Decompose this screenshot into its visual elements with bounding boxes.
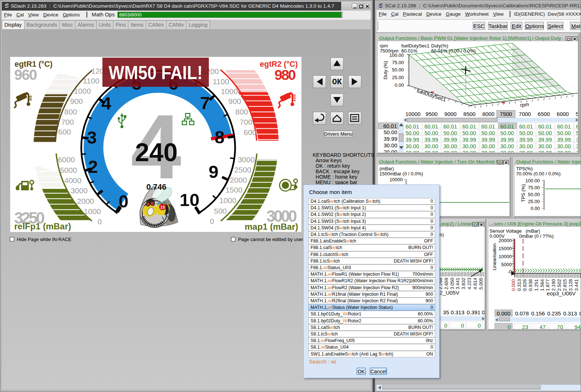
svg-text:900: 900	[228, 97, 241, 105]
svg-text:4.223: 4.223	[467, 277, 472, 290]
svg-text:1.251: 1.251	[534, 279, 539, 291]
svg-text:0.313: 0.313	[516, 279, 522, 291]
svg-text:relFp1 (mBar): relFp1 (mBar)	[14, 221, 71, 231]
svg-text:700: 700	[61, 118, 74, 126]
svg-text:500: 500	[214, 207, 227, 215]
svg-text:980: 980	[274, 67, 296, 83]
svg-text:1000: 1000	[221, 87, 238, 96]
svg-text:eop3_U06V: eop3_U06V	[547, 290, 576, 296]
svg-text:0.626: 0.626	[522, 279, 527, 291]
svg-text:6000: 6000	[58, 155, 75, 164]
svg-text:600: 600	[243, 128, 256, 136]
svg-text:3.441: 3.441	[574, 279, 579, 291]
svg-text:1.877: 1.877	[545, 279, 550, 291]
svg-text:2500: 2500	[234, 166, 251, 174]
svg-text:0: 0	[118, 191, 128, 211]
svg-text:3: 3	[87, 128, 97, 147]
svg-text:600: 600	[58, 128, 71, 136]
svg-text:4000: 4000	[65, 176, 82, 185]
svg-text:2.190: 2.190	[551, 279, 556, 291]
svg-text:1100: 1100	[83, 77, 99, 85]
svg-text:map1 (mBar): map1 (mBar)	[245, 222, 298, 232]
svg-text:3.832: 3.832	[461, 277, 466, 290]
svg-text:8: 8	[215, 127, 225, 147]
svg-text:2_U05V: 2_U05V	[440, 290, 459, 296]
svg-text:5.005: 5.005	[478, 277, 484, 290]
svg-text:0.938: 0.938	[528, 279, 533, 291]
svg-text:1.564: 1.564	[539, 279, 545, 291]
svg-text:3.441: 3.441	[455, 277, 460, 290]
svg-text:240: 240	[135, 138, 178, 167]
svg-text:10: 10	[180, 190, 200, 210]
svg-text:0.746: 0.746	[146, 182, 166, 191]
svg-text:960: 960	[14, 67, 37, 83]
svg-text:3.050: 3.050	[449, 277, 455, 290]
svg-text:2.659: 2.659	[444, 277, 449, 290]
svg-text:900: 900	[70, 97, 83, 105]
svg-text:700: 700	[239, 118, 252, 126]
svg-text:9: 9	[208, 162, 218, 182]
svg-text:0: 0	[98, 217, 102, 226]
svg-text:2000: 2000	[230, 176, 247, 184]
svg-text:2.815: 2.815	[562, 279, 568, 291]
svg-text:3.128: 3.128	[568, 279, 573, 291]
svg-text:7: 7	[200, 93, 210, 113]
svg-text:0.000: 0.000	[511, 279, 516, 291]
svg-text:OK: OK	[332, 78, 342, 87]
svg-text:1500: 1500	[226, 186, 243, 194]
svg-text:800: 800	[235, 108, 248, 116]
svg-text:800: 800	[64, 108, 77, 116]
svg-text:1100: 1100	[212, 77, 229, 86]
svg-text:2: 2	[88, 157, 98, 176]
svg-text:4: 4	[101, 93, 111, 113]
svg-text:WM50 FAIL!: WM50 FAIL!	[109, 62, 203, 83]
svg-text:1000: 1000	[74, 87, 91, 95]
svg-text:3000: 3000	[71, 186, 88, 195]
svg-text:5000: 5000	[60, 166, 77, 174]
svg-text:2.502: 2.502	[557, 279, 562, 291]
svg-text:13: 13	[160, 205, 165, 209]
svg-text:1000: 1000	[84, 207, 101, 216]
svg-text:0: 0	[210, 217, 214, 225]
svg-text:3000: 3000	[238, 155, 255, 164]
svg-text:4.614: 4.614	[472, 277, 478, 290]
svg-text:2000: 2000	[77, 197, 94, 205]
svg-text:1000: 1000	[219, 196, 237, 205]
